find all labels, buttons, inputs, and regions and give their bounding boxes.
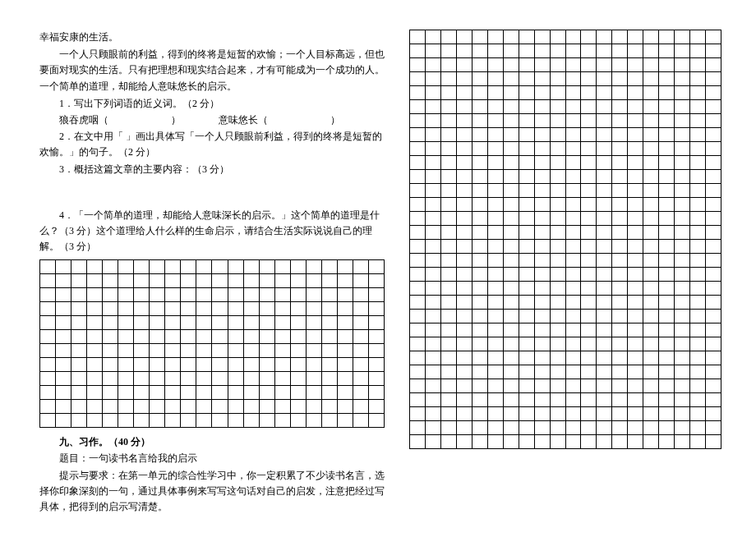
grid-cell[interactable] bbox=[118, 344, 134, 358]
grid-cell[interactable] bbox=[504, 407, 519, 421]
grid-cell[interactable] bbox=[597, 170, 612, 184]
grid-cell[interactable] bbox=[597, 156, 612, 170]
grid-cell[interactable] bbox=[260, 302, 275, 316]
grid-cell[interactable] bbox=[441, 142, 457, 156]
grid-cell[interactable] bbox=[643, 296, 659, 310]
grid-cell[interactable] bbox=[441, 323, 457, 337]
grid-cell[interactable] bbox=[504, 156, 519, 170]
grid-cell[interactable] bbox=[597, 58, 612, 72]
grid-cell[interactable] bbox=[244, 316, 260, 330]
grid-cell[interactable] bbox=[566, 142, 582, 156]
grid-cell[interactable] bbox=[535, 310, 551, 323]
grid-cell[interactable] bbox=[260, 372, 275, 386]
grid-cell[interactable] bbox=[472, 310, 488, 323]
grid-cell[interactable] bbox=[581, 58, 597, 72]
grid-cell[interactable] bbox=[322, 400, 338, 414]
grid-cell[interactable] bbox=[410, 296, 426, 310]
grid-cell[interactable] bbox=[307, 274, 322, 288]
grid-cell[interactable] bbox=[441, 240, 457, 254]
grid-cell[interactable] bbox=[410, 379, 426, 393]
grid-cell[interactable] bbox=[597, 184, 612, 198]
grid-cell[interactable] bbox=[441, 254, 457, 268]
grid-cell[interactable] bbox=[426, 184, 441, 198]
grid-cell[interactable] bbox=[612, 351, 628, 365]
grid-cell[interactable] bbox=[706, 142, 721, 156]
grid-cell[interactable] bbox=[134, 288, 150, 302]
grid-cell[interactable] bbox=[488, 435, 504, 449]
grid-cell[interactable] bbox=[519, 128, 535, 142]
grid-cell[interactable] bbox=[551, 282, 566, 296]
grid-cell[interactable] bbox=[369, 288, 385, 302]
grid-cell[interactable] bbox=[426, 254, 441, 268]
grid-cell[interactable] bbox=[338, 330, 353, 344]
grid-cell[interactable] bbox=[181, 302, 196, 316]
grid-cell[interactable] bbox=[488, 351, 504, 365]
grid-cell[interactable] bbox=[291, 400, 307, 414]
grid-cell[interactable] bbox=[196, 386, 212, 400]
grid-cell[interactable] bbox=[659, 44, 675, 58]
grid-cell[interactable] bbox=[71, 386, 87, 400]
grid-cell[interactable] bbox=[551, 337, 566, 351]
grid-cell[interactable] bbox=[675, 226, 690, 240]
grid-cell[interactable] bbox=[244, 386, 260, 400]
grid-cell[interactable] bbox=[426, 296, 441, 310]
grid-cell[interactable] bbox=[40, 386, 56, 400]
grid-cell[interactable] bbox=[643, 393, 659, 407]
grid-cell[interactable] bbox=[165, 330, 181, 344]
grid-cell[interactable] bbox=[212, 344, 228, 358]
grid-cell[interactable] bbox=[706, 407, 721, 421]
grid-cell[interactable] bbox=[40, 372, 56, 386]
grid-cell[interactable] bbox=[369, 260, 385, 274]
grid-cell[interactable] bbox=[457, 254, 472, 268]
grid-cell[interactable] bbox=[675, 351, 690, 365]
grid-cell[interactable] bbox=[472, 72, 488, 86]
grid-cell[interactable] bbox=[628, 407, 643, 421]
grid-cell[interactable] bbox=[581, 184, 597, 198]
grid-cell[interactable] bbox=[690, 393, 706, 407]
grid-cell[interactable] bbox=[150, 288, 165, 302]
grid-cell[interactable] bbox=[488, 407, 504, 421]
grid-cell[interactable] bbox=[628, 100, 643, 114]
grid-cell[interactable] bbox=[706, 393, 721, 407]
grid-cell[interactable] bbox=[535, 254, 551, 268]
grid-cell[interactable] bbox=[457, 184, 472, 198]
grid-cell[interactable] bbox=[519, 58, 535, 72]
grid-cell[interactable] bbox=[291, 260, 307, 274]
grid-cell[interactable] bbox=[519, 268, 535, 282]
grid-cell[interactable] bbox=[659, 128, 675, 142]
grid-cell[interactable] bbox=[472, 254, 488, 268]
grid-cell[interactable] bbox=[706, 198, 721, 212]
grid-cell[interactable] bbox=[659, 407, 675, 421]
grid-cell[interactable] bbox=[690, 365, 706, 379]
grid-cell[interactable] bbox=[228, 386, 244, 400]
grid-cell[interactable] bbox=[103, 414, 118, 428]
grid-cell[interactable] bbox=[441, 351, 457, 365]
grid-cell[interactable] bbox=[369, 330, 385, 344]
grid-cell[interactable] bbox=[535, 198, 551, 212]
grid-cell[interactable] bbox=[228, 330, 244, 344]
grid-cell[interactable] bbox=[165, 414, 181, 428]
grid-cell[interactable] bbox=[643, 351, 659, 365]
grid-cell[interactable] bbox=[410, 86, 426, 100]
grid-cell[interactable] bbox=[597, 240, 612, 254]
grid-cell[interactable] bbox=[118, 372, 134, 386]
grid-cell[interactable] bbox=[551, 72, 566, 86]
grid-cell[interactable] bbox=[56, 372, 71, 386]
grid-cell[interactable] bbox=[441, 282, 457, 296]
grid-cell[interactable] bbox=[196, 358, 212, 372]
grid-cell[interactable] bbox=[441, 198, 457, 212]
grid-cell[interactable] bbox=[457, 30, 472, 44]
grid-cell[interactable] bbox=[659, 156, 675, 170]
grid-cell[interactable] bbox=[504, 254, 519, 268]
grid-cell[interactable] bbox=[597, 226, 612, 240]
grid-cell[interactable] bbox=[504, 142, 519, 156]
grid-cell[interactable] bbox=[551, 240, 566, 254]
grid-cell[interactable] bbox=[551, 254, 566, 268]
grid-cell[interactable] bbox=[40, 260, 56, 274]
grid-cell[interactable] bbox=[322, 330, 338, 344]
grid-cell[interactable] bbox=[675, 86, 690, 100]
grid-cell[interactable] bbox=[706, 296, 721, 310]
grid-cell[interactable] bbox=[675, 435, 690, 449]
grid-cell[interactable] bbox=[581, 435, 597, 449]
grid-cell[interactable] bbox=[307, 330, 322, 344]
